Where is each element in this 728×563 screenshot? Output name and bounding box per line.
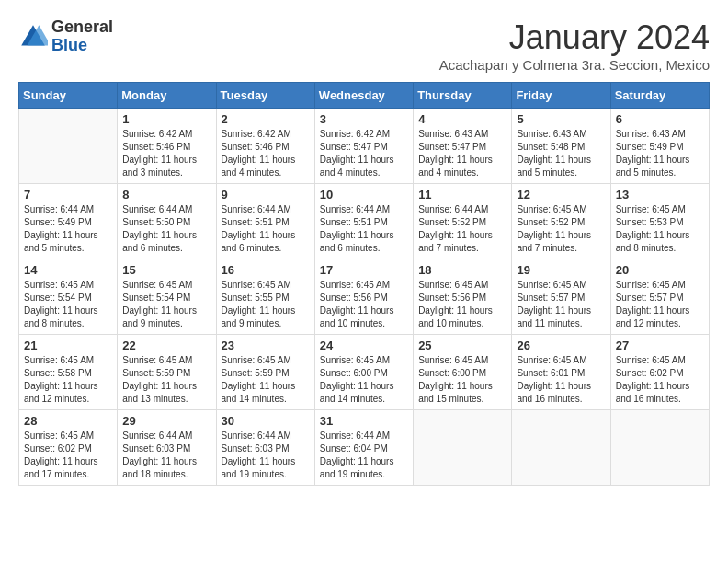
- column-header-monday: Monday: [118, 83, 216, 109]
- column-header-saturday: Saturday: [610, 83, 709, 109]
- day-info: Sunrise: 6:45 AM Sunset: 5:54 PM Dayligh…: [122, 279, 210, 330]
- day-info: Sunrise: 6:45 AM Sunset: 6:00 PM Dayligh…: [320, 354, 408, 406]
- calendar-cell: 19Sunrise: 6:45 AM Sunset: 5:57 PM Dayli…: [512, 259, 610, 335]
- day-number: 27: [616, 339, 704, 352]
- day-info: Sunrise: 6:42 AM Sunset: 5:46 PM Dayligh…: [122, 128, 210, 179]
- calendar-cell: 9Sunrise: 6:44 AM Sunset: 5:51 PM Daylig…: [216, 184, 314, 259]
- calendar-week-5: 28Sunrise: 6:45 AM Sunset: 6:02 PM Dayli…: [19, 410, 710, 486]
- day-info: Sunrise: 6:44 AM Sunset: 5:49 PM Dayligh…: [24, 203, 112, 255]
- day-number: 31: [320, 414, 408, 428]
- logo-general-text: General: [51, 17, 113, 36]
- calendar-cell: [610, 410, 709, 486]
- calendar-cell: 5Sunrise: 6:43 AM Sunset: 5:48 PM Daylig…: [512, 109, 610, 184]
- day-info: Sunrise: 6:45 AM Sunset: 5:56 PM Dayligh…: [320, 279, 408, 330]
- calendar-week-4: 21Sunrise: 6:45 AM Sunset: 5:58 PM Dayli…: [19, 335, 710, 410]
- calendar-cell: 23Sunrise: 6:45 AM Sunset: 5:59 PM Dayli…: [216, 335, 314, 410]
- calendar-cell: 2Sunrise: 6:42 AM Sunset: 5:46 PM Daylig…: [216, 109, 314, 184]
- calendar-cell: 14Sunrise: 6:45 AM Sunset: 5:54 PM Dayli…: [19, 259, 118, 335]
- calendar-cell: [512, 410, 610, 486]
- day-number: 4: [418, 112, 506, 126]
- logo: General Blue: [18, 18, 113, 55]
- day-info: Sunrise: 6:44 AM Sunset: 5:50 PM Dayligh…: [122, 203, 210, 255]
- day-info: Sunrise: 6:45 AM Sunset: 5:52 PM Dayligh…: [517, 203, 605, 255]
- calendar-cell: [414, 410, 512, 486]
- day-info: Sunrise: 6:45 AM Sunset: 6:00 PM Dayligh…: [418, 354, 506, 406]
- day-number: 5: [517, 112, 605, 126]
- calendar-cell: 10Sunrise: 6:44 AM Sunset: 5:51 PM Dayli…: [314, 184, 413, 259]
- calendar-header-row: SundayMondayTuesdayWednesdayThursdayFrid…: [19, 83, 710, 109]
- column-header-tuesday: Tuesday: [216, 83, 314, 109]
- day-info: Sunrise: 6:44 AM Sunset: 6:04 PM Dayligh…: [320, 430, 408, 481]
- day-info: Sunrise: 6:45 AM Sunset: 5:55 PM Dayligh…: [222, 279, 310, 330]
- calendar-cell: 13Sunrise: 6:45 AM Sunset: 5:53 PM Dayli…: [610, 184, 709, 259]
- calendar-cell: 25Sunrise: 6:45 AM Sunset: 6:00 PM Dayli…: [414, 335, 512, 410]
- day-number: 14: [24, 263, 112, 277]
- location-subtitle: Acachapan y Colmena 3ra. Seccion, Mexico: [439, 57, 710, 73]
- calendar-cell: 1Sunrise: 6:42 AM Sunset: 5:46 PM Daylig…: [118, 109, 216, 184]
- day-number: 15: [122, 263, 210, 277]
- day-info: Sunrise: 6:45 AM Sunset: 5:53 PM Dayligh…: [616, 203, 704, 255]
- month-title: January 2024: [439, 18, 710, 57]
- day-info: Sunrise: 6:44 AM Sunset: 5:51 PM Dayligh…: [320, 203, 408, 255]
- logo-blue-text: Blue: [51, 36, 87, 54]
- title-section: January 2024 Acachapan y Colmena 3ra. Se…: [439, 18, 710, 73]
- calendar-cell: 3Sunrise: 6:42 AM Sunset: 5:47 PM Daylig…: [314, 109, 413, 184]
- day-number: 21: [24, 339, 112, 352]
- day-info: Sunrise: 6:45 AM Sunset: 5:59 PM Dayligh…: [122, 354, 210, 406]
- calendar-cell: 8Sunrise: 6:44 AM Sunset: 5:50 PM Daylig…: [118, 184, 216, 259]
- day-number: 10: [320, 188, 408, 201]
- day-number: 16: [222, 263, 310, 277]
- day-info: Sunrise: 6:45 AM Sunset: 5:57 PM Dayligh…: [517, 279, 605, 330]
- logo-icon: [18, 22, 48, 52]
- day-number: 24: [320, 339, 408, 352]
- calendar-cell: 29Sunrise: 6:44 AM Sunset: 6:03 PM Dayli…: [118, 410, 216, 486]
- day-number: 9: [222, 188, 310, 201]
- calendar-cell: 30Sunrise: 6:44 AM Sunset: 6:03 PM Dayli…: [216, 410, 314, 486]
- day-number: 6: [616, 112, 704, 126]
- calendar-cell: [19, 109, 118, 184]
- calendar-cell: 12Sunrise: 6:45 AM Sunset: 5:52 PM Dayli…: [512, 184, 610, 259]
- calendar-table: SundayMondayTuesdayWednesdayThursdayFrid…: [18, 82, 710, 486]
- column-header-thursday: Thursday: [414, 83, 512, 109]
- day-number: 20: [616, 263, 704, 277]
- day-number: 17: [320, 263, 408, 277]
- day-info: Sunrise: 6:42 AM Sunset: 5:46 PM Dayligh…: [222, 128, 310, 179]
- day-info: Sunrise: 6:44 AM Sunset: 5:52 PM Dayligh…: [418, 203, 506, 255]
- day-info: Sunrise: 6:42 AM Sunset: 5:47 PM Dayligh…: [320, 128, 408, 179]
- page-header: General Blue January 2024 Acachapan y Co…: [18, 18, 710, 73]
- day-number: 29: [122, 414, 210, 428]
- calendar-cell: 6Sunrise: 6:43 AM Sunset: 5:49 PM Daylig…: [610, 109, 709, 184]
- column-header-friday: Friday: [512, 83, 610, 109]
- column-header-sunday: Sunday: [19, 83, 118, 109]
- calendar-cell: 11Sunrise: 6:44 AM Sunset: 5:52 PM Dayli…: [414, 184, 512, 259]
- calendar-cell: 16Sunrise: 6:45 AM Sunset: 5:55 PM Dayli…: [216, 259, 314, 335]
- day-number: 25: [418, 339, 506, 352]
- calendar-cell: 21Sunrise: 6:45 AM Sunset: 5:58 PM Dayli…: [19, 335, 118, 410]
- day-number: 8: [122, 188, 210, 201]
- day-info: Sunrise: 6:45 AM Sunset: 5:59 PM Dayligh…: [222, 354, 310, 406]
- calendar-cell: 7Sunrise: 6:44 AM Sunset: 5:49 PM Daylig…: [19, 184, 118, 259]
- calendar-cell: 20Sunrise: 6:45 AM Sunset: 5:57 PM Dayli…: [610, 259, 709, 335]
- day-info: Sunrise: 6:45 AM Sunset: 6:02 PM Dayligh…: [24, 430, 112, 481]
- day-info: Sunrise: 6:44 AM Sunset: 6:03 PM Dayligh…: [122, 430, 210, 481]
- calendar-cell: 4Sunrise: 6:43 AM Sunset: 5:47 PM Daylig…: [414, 109, 512, 184]
- day-number: 2: [222, 112, 310, 126]
- calendar-cell: 22Sunrise: 6:45 AM Sunset: 5:59 PM Dayli…: [118, 335, 216, 410]
- day-info: Sunrise: 6:43 AM Sunset: 5:47 PM Dayligh…: [418, 128, 506, 179]
- day-number: 26: [517, 339, 605, 352]
- day-number: 11: [418, 188, 506, 201]
- calendar-week-1: 1Sunrise: 6:42 AM Sunset: 5:46 PM Daylig…: [19, 109, 710, 184]
- day-info: Sunrise: 6:45 AM Sunset: 5:54 PM Dayligh…: [24, 279, 112, 330]
- day-number: 13: [616, 188, 704, 201]
- day-info: Sunrise: 6:45 AM Sunset: 5:58 PM Dayligh…: [24, 354, 112, 406]
- day-info: Sunrise: 6:44 AM Sunset: 6:03 PM Dayligh…: [222, 430, 310, 481]
- calendar-cell: 28Sunrise: 6:45 AM Sunset: 6:02 PM Dayli…: [19, 410, 118, 486]
- calendar-cell: 27Sunrise: 6:45 AM Sunset: 6:02 PM Dayli…: [610, 335, 709, 410]
- day-info: Sunrise: 6:45 AM Sunset: 5:56 PM Dayligh…: [418, 279, 506, 330]
- calendar-cell: 17Sunrise: 6:45 AM Sunset: 5:56 PM Dayli…: [314, 259, 413, 335]
- day-number: 23: [222, 339, 310, 352]
- day-info: Sunrise: 6:43 AM Sunset: 5:49 PM Dayligh…: [616, 128, 704, 179]
- day-number: 28: [24, 414, 112, 428]
- day-number: 3: [320, 112, 408, 126]
- day-number: 1: [122, 112, 210, 126]
